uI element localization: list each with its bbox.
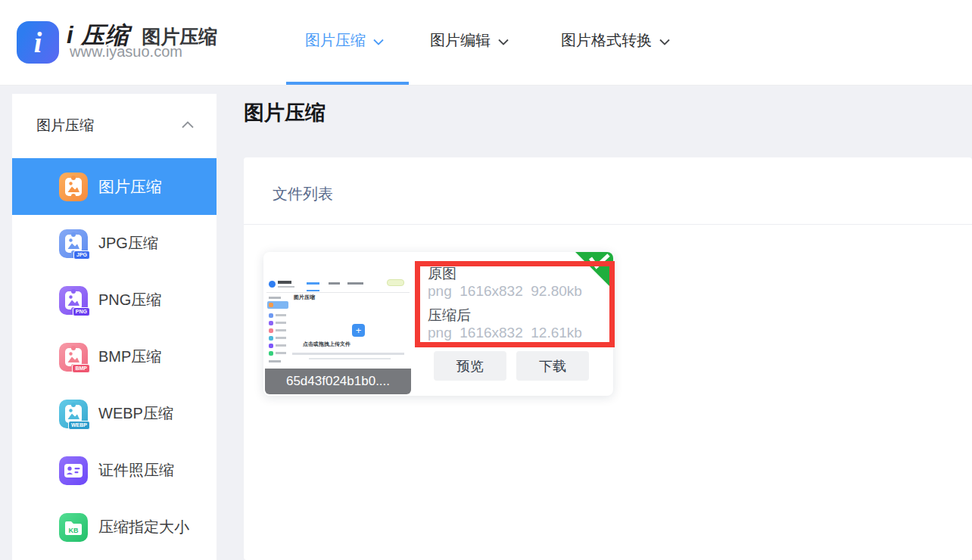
active-nav-underline	[286, 82, 409, 85]
jpg-badge: JPG	[73, 250, 90, 260]
mini-upload-plus-icon: +	[352, 324, 365, 337]
panel-title: 文件列表	[273, 184, 333, 204]
mini-header-divider	[266, 292, 410, 293]
mini-page-title: 图片压缩	[294, 294, 315, 301]
sidebar-item-compress-to-size[interactable]: KB 压缩指定大小	[12, 499, 217, 555]
mini-sidebar-bar	[269, 360, 281, 362]
jpg-compress-icon: JPG	[59, 229, 88, 258]
logo-letter: i	[34, 26, 42, 59]
sidebar-item-label: JPG压缩	[98, 233, 158, 254]
mini-sidebar-active-item	[267, 301, 288, 309]
id-photo-compress-icon	[59, 456, 88, 485]
nav-item-label: 图片编辑	[430, 30, 491, 51]
sidebar-item-id-photo-compress[interactable]: 证件照压缩	[12, 442, 217, 499]
nav-item-format-convert[interactable]: 图片格式转换	[561, 30, 670, 51]
mini-brand-bar	[278, 281, 291, 284]
sidebar-item-image-compress[interactable]: 图片压缩	[12, 158, 217, 215]
sidebar-item-png-compress[interactable]: PNG PNG压缩	[12, 272, 217, 328]
kb-size-compress-icon: KB	[59, 513, 88, 542]
compressed-label: 压缩后	[428, 306, 471, 325]
file-list-panel: 文件列表	[244, 157, 972, 560]
sidebar-item-label: 压缩指定大小	[98, 517, 189, 537]
original-label: 原图	[428, 264, 456, 284]
sidebar-item-label: 图片压缩	[98, 176, 162, 198]
bmp-badge: BMP	[72, 364, 90, 373]
webp-compress-icon: WEBP	[59, 400, 88, 428]
nav-item-label: 图片压缩	[305, 30, 366, 51]
chevron-up-icon[interactable]	[182, 121, 194, 129]
image-compress-icon	[59, 173, 88, 201]
chevron-down-icon	[373, 39, 384, 45]
chevron-down-icon	[659, 39, 670, 45]
sidebar-item-bmp-compress[interactable]: BMP BMP压缩	[12, 328, 217, 385]
panel-divider	[244, 224, 972, 225]
i-yasuo-logo-icon[interactable]: i	[17, 21, 59, 64]
top-nav: 图片压缩 图片编辑 图片格式转换	[305, 30, 670, 51]
original-info: png 1616x832 92.80kb	[428, 283, 582, 300]
mini-logo-icon	[269, 281, 276, 288]
sidebar-item-webp-compress[interactable]: WEBP WEBP压缩	[12, 385, 217, 442]
mini-nav-bar	[329, 282, 340, 285]
sidebar-group-header[interactable]: 图片压缩	[12, 94, 217, 158]
file-item: 图片压缩 + 点击或拖拽上传文件 65d43f024b1b0.... 原图 pn…	[263, 252, 613, 396]
brand-url: www.iyasuo.com	[70, 43, 182, 61]
sidebar: 图片压缩 图片压缩 JP	[12, 94, 217, 560]
chevron-down-icon	[498, 39, 509, 45]
download-button[interactable]: 下载	[516, 351, 589, 381]
header: i i 压缩 图片压缩 www.iyasuo.com 图片压缩 图片编辑 图片格…	[0, 0, 972, 86]
preview-button[interactable]: 预览	[434, 351, 506, 381]
mini-upload-text: 点击或拖拽上传文件	[303, 341, 411, 348]
sidebar-item-label: BMP压缩	[98, 347, 161, 367]
page-title: 图片压缩	[244, 99, 326, 126]
compressed-info: png 1616x832 12.61kb	[428, 325, 582, 341]
iyasuo-app: i i 压缩 图片压缩 www.iyasuo.com 图片压缩 图片编辑 图片格…	[0, 0, 972, 560]
thumbnail-mini-screenshot: 图片压缩 + 点击或拖拽上传文件	[265, 254, 411, 369]
svg-text:KB: KB	[69, 527, 79, 534]
mini-nav-active-bar	[307, 282, 319, 285]
sidebar-item-label: PNG压缩	[98, 290, 161, 310]
mini-sidebar-bar	[269, 297, 281, 299]
png-badge: PNG	[73, 307, 90, 316]
sidebar-group-title: 图片压缩	[36, 116, 94, 135]
webp-badge: WEBP	[68, 421, 90, 430]
sidebar-item-label: 证件照压缩	[98, 460, 174, 481]
sidebar-item-jpg-compress[interactable]: JPG JPG压缩	[12, 215, 217, 272]
bmp-compress-icon: BMP	[59, 343, 88, 372]
file-thumbnail[interactable]: 图片压缩 + 点击或拖拽上传文件 65d43f024b1b0....	[265, 254, 411, 394]
mini-nav-underline	[307, 290, 319, 291]
mini-url-bar	[278, 286, 294, 288]
file-name-bar: 65d43f024b1b0....	[265, 369, 411, 394]
mini-hint-bar	[292, 353, 404, 355]
nav-item-image-edit[interactable]: 图片编辑	[430, 30, 509, 51]
mini-nav-bar	[347, 282, 363, 285]
mini-action-pill	[387, 279, 404, 286]
sidebar-item-label: WEBP压缩	[98, 403, 173, 424]
png-compress-icon: PNG	[59, 286, 88, 315]
mini-hint-bar	[309, 358, 391, 359]
nav-item-label: 图片格式转换	[561, 30, 652, 51]
nav-item-image-compress[interactable]: 图片压缩	[305, 30, 384, 51]
